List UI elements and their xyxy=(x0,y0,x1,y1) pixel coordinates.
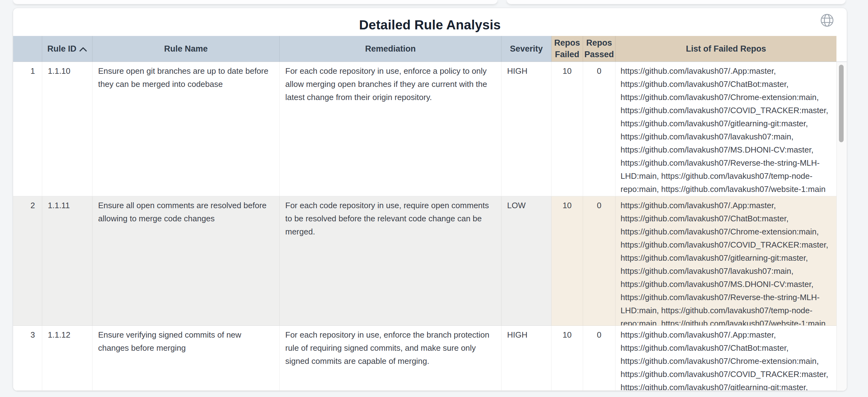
rule-id-cell: 1.1.10 xyxy=(42,62,92,196)
rule-analysis-table: Rule ID Rule Name Remediation Severity R… xyxy=(13,36,847,391)
row-index-cell: 3 xyxy=(13,326,42,391)
rule-id-cell: 1.1.12 xyxy=(42,326,92,391)
severity-cell: HIGH xyxy=(501,62,552,196)
repos-passed-cell: 0 xyxy=(583,62,616,196)
rule-id-cell: 1.1.11 xyxy=(42,196,92,326)
column-header-repos-failed[interactable]: Repos Failed xyxy=(552,36,583,62)
remediation-cell: For each code repository in use, require… xyxy=(280,196,501,326)
vertical-scrollbar-thumb[interactable] xyxy=(839,65,844,142)
column-header-rule-id-label: Rule ID xyxy=(47,43,76,55)
detailed-rule-analysis-card: Detailed Rule Analysis Rule ID xyxy=(13,8,847,391)
failed-repos-list-cell: https://github.com/lavakush07/.App:maste… xyxy=(616,62,836,196)
repos-failed-cell: 10 xyxy=(552,326,583,391)
failed-repos-list-cell: https://github.com/lavakush07/.App:maste… xyxy=(616,326,836,391)
remediation-cell: For each code repository in use, enforce… xyxy=(280,62,501,196)
repos-failed-cell: 10 xyxy=(552,196,583,326)
page-title: Detailed Rule Analysis xyxy=(13,18,847,32)
rule-name-cell: Ensure verifying signed commits of new c… xyxy=(92,326,280,391)
column-header-repos-passed[interactable]: Repos Passed xyxy=(583,36,616,62)
severity-cell: LOW xyxy=(501,196,552,326)
severity-cell: HIGH xyxy=(501,326,552,391)
card-above-left-edge xyxy=(13,0,497,4)
column-header-index[interactable] xyxy=(13,36,42,62)
rule-name-cell: Ensure all open comments are resolved be… xyxy=(92,196,280,326)
column-header-severity[interactable]: Severity xyxy=(501,36,552,62)
column-header-list-of-failed-repos[interactable]: List of Failed Repos xyxy=(616,36,836,62)
repos-passed-cell: 0 xyxy=(583,326,616,391)
card-above-right-edge xyxy=(507,0,845,4)
remediation-cell: For each repository in use, enforce the … xyxy=(280,326,501,391)
page: Detailed Rule Analysis Rule ID xyxy=(0,0,868,397)
scrollbar-header-spacer xyxy=(836,36,847,62)
repos-passed-cell: 0 xyxy=(583,196,616,326)
card-header: Detailed Rule Analysis xyxy=(13,8,847,36)
column-header-rule-name[interactable]: Rule Name xyxy=(92,36,280,62)
vertical-scrollbar-track[interactable] xyxy=(836,62,847,391)
globe-icon[interactable] xyxy=(819,12,835,28)
repos-failed-cell: 10 xyxy=(552,62,583,196)
rule-name-cell: Ensure open git branches are up to date … xyxy=(92,62,280,196)
sort-ascending-icon xyxy=(79,43,87,55)
row-index-cell: 1 xyxy=(13,62,42,196)
table-grid: Rule ID Rule Name Remediation Severity R… xyxy=(13,36,836,391)
table-scrollbar-area xyxy=(836,36,847,391)
column-header-rule-id[interactable]: Rule ID xyxy=(42,36,92,62)
column-header-remediation[interactable]: Remediation xyxy=(280,36,501,62)
row-index-cell: 2 xyxy=(13,196,42,326)
failed-repos-list-cell: https://github.com/lavakush07/.App:maste… xyxy=(616,196,836,326)
